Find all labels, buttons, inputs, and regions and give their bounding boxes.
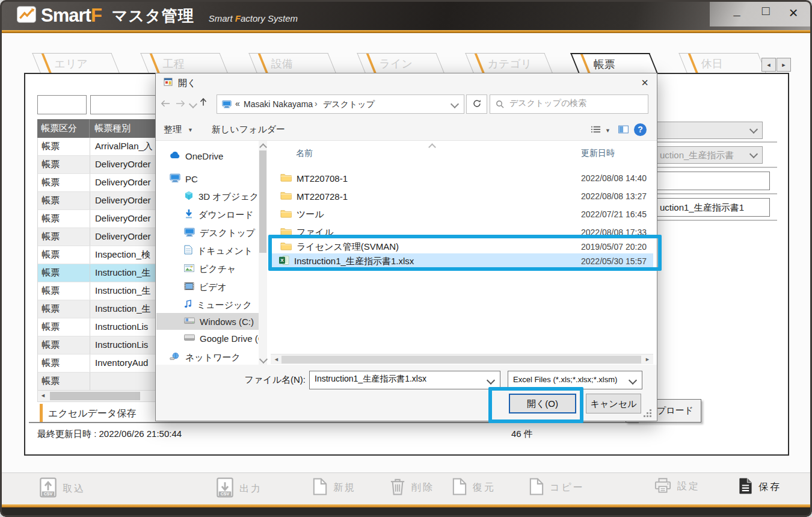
help-icon[interactable]: ? (634, 123, 647, 136)
sidebar-item-3d-objects[interactable]: 3D オブジェクト (184, 189, 268, 205)
import-button[interactable]: CSV 取込 (40, 477, 85, 500)
view-mode-dropdown-icon[interactable]: ▼ (605, 128, 611, 134)
sidebar-item-documents[interactable]: ドキュメント (184, 243, 253, 259)
table-row[interactable]: 帳票DeliveryOrder (38, 174, 170, 192)
picture-icon (184, 264, 194, 274)
tab-scroll-left-button[interactable]: ◄ (761, 58, 776, 72)
table-row[interactable]: 帳票Instruction_生 (38, 300, 170, 318)
organize-button[interactable]: 整理 (164, 124, 182, 135)
filename-combobox[interactable] (309, 371, 500, 389)
scrollbar-thumb[interactable] (50, 392, 140, 400)
sidebar-item-downloads[interactable]: ダウンロード (184, 207, 254, 223)
document-icon (184, 245, 192, 257)
scroll-left-icon[interactable]: ◄ (40, 392, 46, 398)
desktop-icon (184, 228, 195, 239)
smartf-logo-icon (17, 6, 36, 25)
table-row[interactable]: 帳票Instruction_生 (38, 282, 170, 300)
sidebar-item-desktop[interactable]: デスクトップ (184, 225, 255, 241)
table-row[interactable]: 帳票ArrivalPlan_入 (38, 138, 170, 156)
table-row[interactable]: 帳票DeliveryOrder (38, 192, 170, 210)
new-folder-button[interactable]: 新しいフォルダー (212, 124, 285, 135)
breadcrumb[interactable]: « Masaki Nakayama › デスクトップ (217, 94, 464, 114)
search-input[interactable] (508, 98, 637, 108)
app-logo: SmartF マスタ管理 Smart Factory System (17, 5, 298, 26)
excel-data-save-label[interactable]: エクセルデータ保存 (48, 407, 136, 420)
delete-button[interactable]: 削除 (390, 477, 434, 498)
sidebar-item-google-drive[interactable]: Google Drive (G: (184, 330, 268, 346)
last-updated-text: 最終更新日時 : 2022/06/26 21:50:44 (37, 429, 182, 440)
table-row[interactable]: 帳票 (38, 373, 170, 390)
file-list-horizontal-scrollbar[interactable]: ◄ ► (271, 354, 653, 364)
refresh-button[interactable] (466, 94, 487, 114)
table-row[interactable]: 帳票DeliveryOrder (38, 210, 170, 228)
app-subtitle: Smart Factory System (209, 13, 298, 23)
smartf-window: _ □ × SmartF マスタ管理 Smart Factory System … (0, 0, 812, 517)
file-row-folder[interactable]: MT220708-1 2022/08/08 14:40 (271, 169, 653, 187)
maximize-button[interactable]: □ (755, 4, 776, 23)
filename-label: ファイル名(N): (238, 374, 306, 386)
search-box[interactable] (490, 94, 648, 114)
column-header-report-class: 帳票区分 (37, 119, 89, 138)
save-button[interactable]: 保存 (739, 477, 781, 497)
table-row[interactable]: 帳票InstructionLis (38, 318, 170, 336)
preview-pane-icon[interactable] (618, 125, 629, 136)
table-row[interactable]: 帳票Inspection_検 (38, 246, 170, 264)
scrollbar-thumb[interactable] (281, 356, 641, 364)
tab-area[interactable]: エリア (32, 53, 119, 73)
new-button[interactable]: 新規 (313, 477, 356, 498)
chevron-down-icon[interactable] (487, 376, 495, 385)
view-mode-icon[interactable] (591, 125, 601, 136)
tab-holiday[interactable]: 休日 (678, 53, 766, 73)
table-row[interactable]: 帳票InstructionLis (38, 336, 170, 354)
table-row[interactable]: 帳票InventoryAud (38, 354, 170, 373)
back-icon[interactable] (160, 99, 170, 110)
folder-icon (280, 191, 292, 202)
network-icon (170, 352, 180, 363)
sidebar-item-onedrive[interactable]: OneDrive (170, 148, 223, 164)
drive-windows-icon (184, 316, 195, 327)
tab-category[interactable]: カテゴリ (465, 53, 552, 73)
filter-input-report-class[interactable] (37, 95, 87, 114)
close-button[interactable]: × (783, 4, 804, 23)
up-icon[interactable] (200, 98, 207, 109)
sidebar-item-videos[interactable]: ビデオ (184, 279, 227, 295)
address-chevron-icon[interactable] (451, 100, 459, 108)
breadcrumb-user[interactable]: Masaki Nakayama (244, 99, 313, 109)
table-row[interactable]: 帳票DeliveryOrder (38, 228, 170, 246)
column-header-date-modified[interactable]: 更新日時 (581, 148, 615, 159)
sidebar-item-music[interactable]: ミュージック (184, 297, 252, 313)
export-button[interactable]: CSV 出力 (217, 477, 262, 500)
file-row-folder[interactable]: ツール 2022/07/21 16:45 (271, 205, 653, 223)
tab-equipment[interactable]: 設備 (248, 53, 336, 73)
file-row-folder[interactable]: MT220728-1 2022/08/08 13:27 (271, 187, 653, 205)
sidebar-scrollbar-thumb[interactable] (259, 150, 266, 253)
sidebar-item-pc[interactable]: PC (170, 171, 198, 187)
chevron-down-icon[interactable] (629, 376, 637, 385)
annotation-highlight-file (268, 235, 662, 271)
scroll-right-icon[interactable]: ► (645, 356, 650, 362)
dialog-close-button[interactable]: × (633, 74, 657, 92)
cancel-button[interactable]: キャンセル (586, 394, 641, 413)
sidebar-item-network[interactable]: ネットワーク (170, 350, 241, 365)
tab-process[interactable]: 工程 (140, 53, 227, 73)
column-header-name[interactable]: 名前 (296, 148, 313, 159)
sidebar-item-windows-c[interactable]: Windows (C:) (184, 314, 254, 329)
logo-text-f: F (91, 5, 102, 26)
breadcrumb-desktop[interactable]: デスクトップ (323, 99, 375, 110)
settings-button[interactable]: 設定 (654, 477, 700, 496)
tab-report[interactable]: 帳票 (570, 53, 658, 73)
filename-input[interactable] (313, 374, 484, 385)
scroll-left-icon[interactable]: ◄ (274, 356, 279, 362)
resize-grip[interactable] (644, 409, 652, 418)
minimize-button[interactable]: _ (727, 4, 747, 23)
breadcrumb-separator: › (315, 99, 318, 108)
table-row-selected[interactable]: 帳票Instruction_生 (38, 264, 170, 282)
forward-icon[interactable] (176, 99, 186, 110)
tab-line[interactable]: ライン (357, 53, 444, 73)
restore-button[interactable]: 復元 (452, 477, 496, 498)
table-horizontal-scrollbar[interactable]: ◄ (37, 390, 170, 402)
copy-button[interactable]: コピー (529, 477, 585, 498)
table-row[interactable]: 帳票DeliveryOrder (38, 156, 170, 174)
tab-scroll-right-button[interactable]: ► (777, 58, 791, 72)
sidebar-item-pictures[interactable]: ピクチャ (184, 261, 236, 277)
